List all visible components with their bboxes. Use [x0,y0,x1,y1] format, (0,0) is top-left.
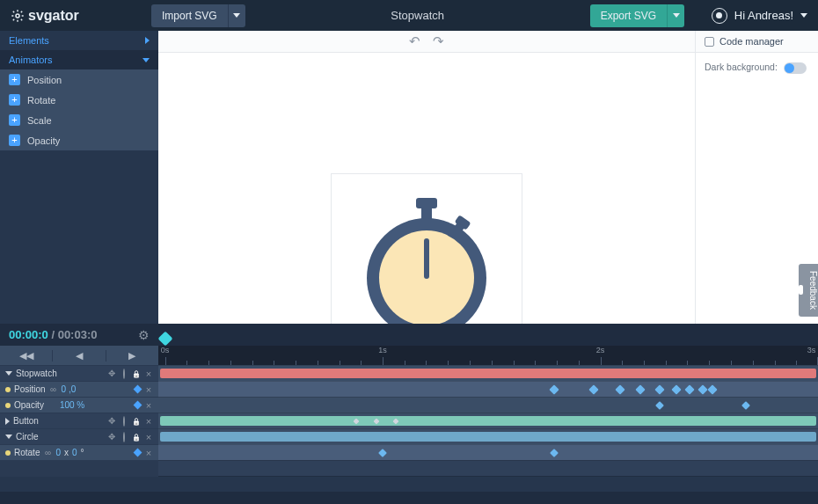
animator-label: Scale [27,115,52,126]
user-greeting: Hi Andreas! [734,9,793,22]
user-menu[interactable]: Hi Andreas! [702,8,807,24]
lock-icon[interactable] [132,369,141,378]
time-sep: / [48,328,58,341]
export-dropdown[interactable] [667,4,684,27]
animator-label: Position [27,75,62,85]
track-row-rotate[interactable]: Rotate 0 x 0 ° [0,444,818,460]
redo-button[interactable]: ↷ [433,33,444,49]
expand-icon[interactable] [5,418,10,425]
lock-icon[interactable] [132,433,141,442]
message-icon [799,285,803,295]
track-bar[interactable] [160,369,816,378]
app-logo[interactable]: svgator [11,8,151,24]
link-icon[interactable] [43,448,52,457]
animator-label: Rotate [27,95,55,106]
tick-label: 2s [596,346,605,354]
elements-panel-header[interactable]: Elements [0,31,158,50]
track-value[interactable]: 0 ,0 [62,384,77,394]
animators-label: Animators [9,55,53,65]
timeline-tracks: Stopwatch Position 0 ,0 [0,365,818,504]
close-icon[interactable] [144,416,153,427]
chevron-down-icon [233,13,240,18]
play-button[interactable]: ▶ [106,350,158,362]
link-icon[interactable] [49,384,58,394]
animator-label: Opacity [27,135,60,146]
plus-icon: + [9,74,20,85]
plus-icon: + [9,114,20,126]
keyframe[interactable] [707,384,717,394]
keyframe[interactable] [684,384,694,394]
tick-label: 0s [161,346,170,354]
move-icon[interactable] [107,416,116,426]
visibility-icon[interactable] [120,369,128,378]
checkbox-icon[interactable] [705,37,714,47]
stopwatch-graphic [356,194,497,344]
keyframe[interactable] [615,384,624,394]
track-bar[interactable] [160,416,816,426]
rewind-button[interactable]: ◀◀ [0,350,52,362]
chevron-down-icon [800,13,807,18]
visibility-icon[interactable] [120,433,128,442]
close-icon[interactable] [144,369,153,379]
keyframe[interactable] [671,384,681,394]
document-title: Stopwatch [245,9,590,22]
close-icon[interactable] [144,432,153,442]
close-icon[interactable] [144,400,153,411]
tick-label: 1s [378,346,387,354]
playhead[interactable] [160,333,171,344]
track-row-circle[interactable]: Circle [0,428,818,444]
settings-button[interactable]: ⚙ [138,328,150,342]
track-name: Opacity [14,400,44,410]
keyframe[interactable] [550,449,559,457]
track-row-button[interactable]: Button [0,413,818,428]
move-icon[interactable] [107,432,116,442]
chevron-down-icon [142,58,150,62]
track-name: Position [14,384,46,394]
import-button[interactable]: Import SVG [151,4,228,27]
keyframe[interactable] [549,384,559,394]
keyframe[interactable] [741,401,750,410]
add-keyframe-icon[interactable] [134,385,142,394]
track-value-b[interactable]: 0 [72,448,77,457]
add-keyframe-icon[interactable] [134,449,142,457]
track-bar[interactable] [160,432,816,442]
keyframe[interactable] [654,384,664,394]
prev-button[interactable]: ◀ [52,350,105,362]
visibility-icon[interactable] [120,417,128,426]
track-value[interactable]: 100 % [60,400,84,410]
track-row-position[interactable]: Position 0 ,0 [0,381,818,397]
track-name: Rotate [14,448,40,457]
keyframe[interactable] [635,384,645,394]
keyframe[interactable] [697,384,707,394]
animator-item-scale[interactable]: + Scale [0,110,158,130]
animator-item-rotate[interactable]: + Rotate [0,90,158,110]
track-row-stopwatch[interactable]: Stopwatch [0,365,818,381]
code-manager-label: Code manager [719,36,784,47]
import-dropdown[interactable] [228,4,245,27]
code-manager-toggle[interactable]: Code manager [696,31,818,53]
keyframe[interactable] [378,449,387,457]
gear-icon [11,9,25,23]
export-button[interactable]: Export SVG [590,4,667,27]
plus-icon: + [9,135,20,146]
animator-item-opacity[interactable]: + Opacity [0,130,158,150]
keyframe[interactable] [588,384,598,394]
feedback-label: Feedback [808,271,818,310]
dark-bg-toggle[interactable] [784,62,807,74]
timeline-ruler[interactable]: 0s 1s 2s 3s [158,346,818,365]
add-keyframe-icon[interactable] [134,401,142,410]
animator-item-position[interactable]: + Position [0,69,158,90]
lock-icon[interactable] [132,417,141,426]
expand-icon[interactable] [5,435,12,439]
feedback-tab[interactable]: Feedback [799,264,818,317]
track-name: Stopwatch [16,369,57,378]
expand-icon[interactable] [5,371,12,376]
close-icon[interactable] [144,384,153,395]
undo-button[interactable]: ↶ [409,33,420,49]
animators-panel-header[interactable]: Animators [0,50,158,69]
track-value-a[interactable]: 0 [55,448,61,457]
keyframe[interactable] [655,401,664,410]
track-row-opacity[interactable]: Opacity 100 % [0,397,818,413]
move-icon[interactable] [107,369,116,378]
close-icon[interactable] [144,448,153,458]
